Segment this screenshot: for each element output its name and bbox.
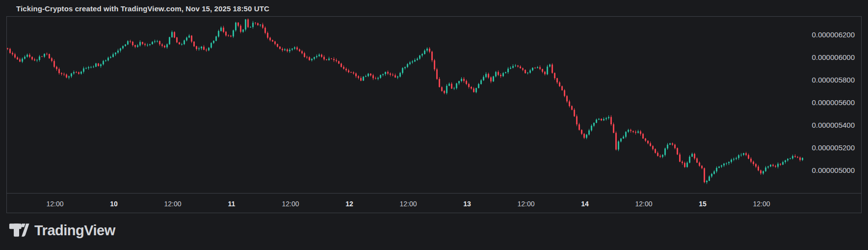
tradingview-logo-icon xyxy=(9,221,29,240)
price-axis-label: 0.000006200 xyxy=(796,30,855,39)
chart-frame xyxy=(6,16,862,213)
tradingview-wordmark: TradingView xyxy=(34,222,115,239)
tradingview-chart-screenshot: Ticking-Cryptos created with TradingView… xyxy=(0,0,868,250)
time-axis-label-day: 12 xyxy=(330,199,369,208)
tradingview-logo: TradingView xyxy=(9,221,115,240)
time-axis-label-day: 11 xyxy=(212,199,251,208)
time-axis-label-hour: 12:00 xyxy=(389,199,428,208)
time-axis-label-day: 13 xyxy=(447,199,487,208)
price-axis-label: 0.000005600 xyxy=(796,98,855,107)
time-axis-label-hour: 12:00 xyxy=(624,199,663,208)
time-axis-label-hour: 12:00 xyxy=(35,199,75,208)
price-axis-label: 0.000006000 xyxy=(796,53,855,62)
price-axis-label: 0.000005800 xyxy=(796,76,855,84)
time-axis-label-day: 14 xyxy=(565,199,605,208)
price-axis-label: 0.000005200 xyxy=(796,143,855,152)
price-axis-label: 0.000005000 xyxy=(796,166,855,175)
time-axis-label-hour: 12:00 xyxy=(153,199,192,208)
time-axis-label-hour: 12:00 xyxy=(742,199,781,208)
time-axis-label-day: 15 xyxy=(683,199,722,208)
time-axis-label-hour: 12:00 xyxy=(271,199,310,208)
time-axis-label-hour: 12:00 xyxy=(506,199,546,208)
time-axis-label-day: 10 xyxy=(94,199,133,208)
time-axis-separator xyxy=(7,193,861,194)
price-axis-label: 0.000005400 xyxy=(796,121,855,130)
